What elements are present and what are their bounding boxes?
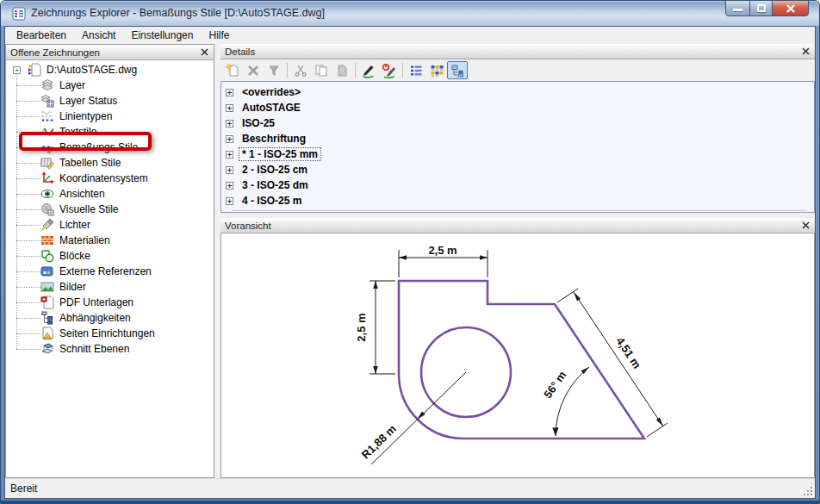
- details-item-iso25-dm[interactable]: + 3 - ISO-25 dm: [223, 177, 814, 193]
- details-item-overrides[interactable]: + <overrides>: [223, 84, 814, 100]
- tree-item-table-styles[interactable]: Tabellen Stile: [6, 155, 214, 171]
- tree-connector: [6, 248, 40, 264]
- tree-item-views[interactable]: Ansichten: [6, 186, 214, 202]
- panel-close-button[interactable]: [800, 47, 811, 57]
- tree-view-button[interactable]: [447, 61, 468, 79]
- details-item-autostage[interactable]: + AutoSTAGE: [223, 100, 814, 115]
- preview-canvas: 2,5 m 2,5 m 4,51 m 56° m R1,88 m: [221, 233, 815, 478]
- copy-button[interactable]: [311, 61, 332, 79]
- tree-root-label: D:\AutoSTAGE.dwg: [47, 64, 137, 76]
- details-item-beschriftung[interactable]: + Beschriftung: [223, 131, 814, 146]
- blocks-icon: [40, 249, 54, 263]
- tree-item-section-planes[interactable]: Schnitt Ebenen: [6, 341, 214, 357]
- toggle-enabled-icon: [382, 63, 397, 78]
- minimize-button[interactable]: [725, 0, 750, 16]
- menu-ansicht[interactable]: Ansicht: [74, 28, 123, 43]
- expand-icon[interactable]: +: [226, 197, 233, 205]
- status-text: Bereit: [10, 482, 37, 495]
- expand-icon[interactable]: +: [226, 166, 233, 174]
- tree-item-text-styles[interactable]: A Textstile: [6, 124, 214, 140]
- tree-item-ucs[interactable]: Koordinatensystem: [6, 171, 214, 186]
- tree-connector: [6, 233, 40, 248]
- icon-view-button[interactable]: [426, 61, 447, 79]
- tree-connector: [6, 202, 40, 217]
- menu-hilfe[interactable]: Hilfe: [201, 28, 237, 43]
- tree-item-pdf-underlays[interactable]: PDF Unterlagen: [6, 295, 214, 310]
- toolbar-separator: [355, 63, 356, 78]
- close-icon: [802, 221, 810, 229]
- tree-item-xrefs[interactable]: Externe Referenzen: [6, 264, 214, 279]
- expand-icon[interactable]: +: [226, 135, 233, 143]
- titlebar[interactable]: Zeichnungs Explorer - Bemaßungs Stile [D…: [1, 1, 819, 26]
- tree-item-linetypes[interactable]: Linientypen: [6, 109, 214, 124]
- tree-item-layer[interactable]: Layer: [6, 78, 214, 93]
- window-title: Zeichnungs Explorer - Bemaßungs Stile [D…: [31, 1, 325, 25]
- dimension-style-preview-drawing: 2,5 m 2,5 m 4,51 m 56° m R1,88 m: [221, 233, 814, 477]
- icon-view-icon: [430, 64, 444, 78]
- expand-icon[interactable]: +: [226, 89, 233, 96]
- section-planes-icon: [40, 342, 54, 356]
- expand-icon[interactable]: +: [226, 151, 233, 159]
- tree-item-dimension-styles[interactable]: Bemaßungs Stile: [6, 140, 214, 155]
- close-button[interactable]: [772, 0, 809, 16]
- tree-item-visual-styles[interactable]: Visuelle Stile: [6, 202, 214, 217]
- expand-icon[interactable]: +: [226, 104, 233, 112]
- list-view-button[interactable]: [406, 61, 426, 79]
- tree-item-dependencies[interactable]: Abhängigkeiten: [6, 310, 214, 326]
- tree-connector: [6, 264, 40, 279]
- statusbar: Bereit: [5, 478, 815, 498]
- new-item-button[interactable]: [222, 61, 243, 79]
- maximize-button[interactable]: [749, 0, 773, 16]
- tree-item-images[interactable]: Bilder: [6, 279, 214, 295]
- tree-item-lights[interactable]: Lichter: [6, 217, 214, 233]
- set-current-button[interactable]: [358, 61, 379, 79]
- filter-button[interactable]: [264, 61, 284, 79]
- tree-item-page-setups[interactable]: Seiten Einrichtungen: [6, 326, 214, 341]
- xref-icon: [40, 264, 54, 278]
- details-item-iso25[interactable]: + ISO-25: [223, 115, 814, 131]
- dependencies-icon: [40, 311, 54, 325]
- collapse-icon[interactable]: -: [13, 66, 21, 74]
- panel-close-button[interactable]: [199, 47, 209, 58]
- tree-item-blocks[interactable]: Blöcke: [6, 248, 214, 264]
- toggle-enabled-button[interactable]: [379, 61, 400, 79]
- menu-bearbeiten[interactable]: Bearbeiten: [9, 28, 74, 43]
- svg-text:A: A: [40, 125, 49, 138]
- resize-grip-icon[interactable]: [811, 494, 812, 495]
- delete-button[interactable]: [243, 61, 264, 79]
- dim-angle-label: 56° m: [541, 369, 568, 401]
- tree-connector: [6, 326, 40, 341]
- panel-splitter[interactable]: [214, 44, 221, 478]
- close-icon: [786, 4, 796, 13]
- tree-item-layer-status[interactable]: Layer Status: [6, 93, 214, 109]
- details-header: Details: [221, 44, 815, 59]
- linetypes-icon: [40, 109, 54, 123]
- expand-icon[interactable]: +: [226, 182, 233, 190]
- right-column: Details: [221, 44, 815, 478]
- tree-connector: [6, 279, 40, 295]
- menu-einstellungen[interactable]: Einstellungen: [123, 28, 201, 43]
- layers-icon: [40, 78, 54, 92]
- tree-connector: [6, 109, 40, 124]
- paste-button[interactable]: [332, 61, 352, 79]
- tree-item-materials[interactable]: Materialien: [6, 233, 214, 248]
- layer-status-icon: [40, 94, 54, 108]
- tree-root-dwg[interactable]: - D:\AutoSTAGE.dwg: [6, 62, 214, 78]
- open-drawings-title: Offene Zeichnungen: [10, 47, 100, 58]
- dim-diagonal-label: 4,51 m: [613, 335, 643, 371]
- dim-top-label: 2,5 m: [428, 244, 457, 257]
- expand-icon[interactable]: +: [226, 120, 233, 128]
- toolbar-separator: [402, 63, 403, 78]
- details-item-iso25-mm[interactable]: + * 1 - ISO-25 mm: [223, 146, 814, 162]
- panel-close-button[interactable]: [800, 221, 811, 231]
- preview-panel: Voransicht: [221, 218, 815, 478]
- cut-button[interactable]: [290, 61, 311, 79]
- table-styles-icon: [40, 156, 54, 170]
- details-item-iso25-m[interactable]: + 4 - ISO-25 m: [223, 193, 814, 208]
- materials-icon: [40, 233, 54, 247]
- list-view-icon: [409, 64, 423, 78]
- details-item-iso25-cm[interactable]: + 2 - ISO-25 cm: [223, 162, 814, 177]
- dim-left-label: 2,5 m: [355, 313, 368, 341]
- preview-header: Voransicht: [221, 218, 815, 233]
- tree-view-icon: [450, 64, 464, 78]
